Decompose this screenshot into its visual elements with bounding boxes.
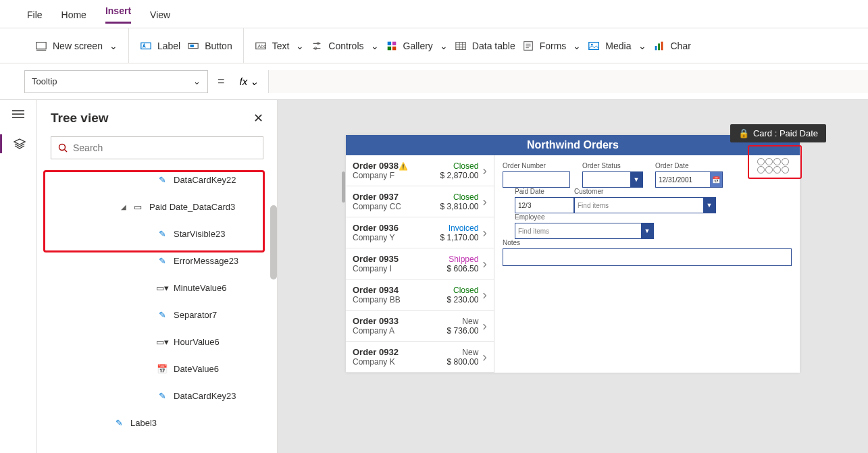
datatable-icon [455, 40, 467, 52]
chevron-down-icon: ⌄ [250, 76, 259, 88]
menu-view[interactable]: View [150, 9, 170, 20]
text-icon: Abc [255, 40, 267, 52]
svg-rect-12 [392, 41, 395, 45]
tree-item-hourvalue[interactable]: ▭▾ HourValue6 [37, 328, 277, 355]
chevron-right-icon: › [482, 194, 487, 209]
chevron-down-icon: ⌄ [638, 41, 646, 51]
button-icon [187, 40, 199, 52]
chevron-right-icon: › [482, 163, 487, 178]
property-selector[interactable]: Tooltip ⌄ [24, 70, 208, 93]
order-row[interactable]: Order 0936Company YInvoiced$ 1,170.00› [346, 217, 494, 248]
ribbon-text-button[interactable]: Abc Text ⌄ [255, 40, 305, 52]
order-row[interactable]: Order 0932Company KNew$ 800.00› [346, 342, 494, 373]
label-icon: ✎ [156, 310, 168, 319]
order-row[interactable]: Order 0938⚠️Company FClosed$ 2,870.00› [346, 155, 494, 186]
chevron-down-icon: ▼ [630, 172, 642, 187]
calendar-icon: 📅 [156, 364, 168, 373]
collapse-icon[interactable]: ◢ [121, 203, 126, 211]
ribbon-label-button[interactable]: Label [140, 40, 180, 52]
controls-icon [311, 40, 323, 52]
formula-bar: Tooltip ⌄ = fx ⌄ [0, 63, 868, 100]
notes-input[interactable] [503, 248, 792, 266]
warning-icon: ⚠️ [399, 162, 408, 170]
svg-text:Abc: Abc [257, 43, 266, 49]
label-icon: ✎ [156, 175, 168, 184]
tree-item-starvisible[interactable]: ✎ StarVisible23 [37, 220, 277, 247]
svg-point-25 [591, 43, 593, 45]
ribbon-datatable-button[interactable]: Data table [455, 40, 515, 52]
svg-rect-11 [387, 41, 390, 45]
tree-item-paiddate-card[interactable]: ◢ ▭ Paid Date_DataCard3 [37, 193, 277, 220]
ribbon-button[interactable]: Button [187, 40, 232, 52]
gallery-icon [386, 40, 398, 52]
menu-insert[interactable]: Insert [105, 5, 131, 24]
order-status-dropdown[interactable]: ▼ [582, 171, 643, 188]
chevron-right-icon: › [482, 318, 487, 334]
tree-item-datacardkey22[interactable]: ✎ DataCardKey22 [37, 166, 277, 193]
svg-rect-14 [392, 46, 395, 49]
chevron-down-icon: ⌄ [109, 41, 118, 51]
dropdown-icon: ▭▾ [156, 337, 168, 346]
order-row[interactable]: Order 0933Company ANew$ 736.00› [346, 311, 494, 342]
paid-date-picker[interactable]: 12/3 [515, 197, 574, 213]
order-date-picker[interactable]: 12/31/2001📅 [655, 171, 723, 188]
tree-item-separator[interactable]: ✎ Separator7 [37, 301, 277, 328]
menu-file[interactable]: File [27, 9, 43, 20]
notes-label: Notes [503, 239, 792, 246]
new-screen-icon [35, 40, 47, 52]
customer-label: Customer [574, 188, 716, 195]
order-gallery[interactable]: Order 0938⚠️Company FClosed$ 2,870.00›Or… [346, 155, 494, 373]
tree-search-input[interactable] [73, 142, 256, 153]
ribbon-media-button[interactable]: Media ⌄ [588, 40, 646, 52]
top-menu: File Home Insert View [0, 0, 868, 28]
hamburger-icon[interactable] [12, 109, 24, 121]
label-icon: ✎ [156, 229, 168, 238]
formula-input[interactable] [268, 70, 868, 93]
equals-sign: = [218, 74, 225, 88]
tree-search[interactable] [51, 136, 263, 159]
svg-rect-28 [661, 41, 663, 50]
chart-icon [653, 40, 665, 52]
order-form: Order Number Order Status ▼ Order Date 1… [494, 155, 800, 373]
media-icon [588, 40, 600, 52]
ribbon-gallery-button[interactable]: Gallery ⌄ [386, 40, 448, 52]
employee-combobox[interactable]: Find items▼ [515, 223, 654, 239]
menu-home[interactable]: Home [61, 9, 86, 20]
order-row[interactable]: Order 0935Company IShipped$ 606.50› [346, 248, 494, 279]
chevron-down-icon: ⌄ [296, 41, 304, 51]
svg-point-32 [59, 144, 66, 151]
label-icon: ✎ [156, 256, 168, 265]
order-status-label: Order Status [582, 162, 643, 169]
order-row[interactable]: Order 0934Company BBClosed$ 230.00› [346, 279, 494, 311]
tree-item-minutevalue[interactable]: ▭▾ MinuteValue6 [37, 274, 277, 301]
paid-date-label: Paid Date [515, 188, 574, 195]
svg-rect-15 [456, 42, 465, 49]
tree-item-label3[interactable]: ✎ Label3 [37, 409, 277, 436]
order-number-label: Order Number [503, 162, 570, 169]
dropdown-icon: ▭▾ [156, 283, 168, 292]
svg-rect-2 [141, 43, 151, 49]
new-screen-button[interactable]: New screen ⌄ [35, 40, 118, 52]
selection-tooltip: 🔒 Card : Paid Date [730, 124, 826, 142]
svg-rect-26 [655, 46, 657, 50]
tree-item-datevalue[interactable]: 📅 DateValue6 [37, 355, 277, 382]
svg-rect-0 [36, 42, 46, 49]
ribbon-controls-button[interactable]: Controls ⌄ [311, 40, 378, 52]
calendar-icon: 📅 [710, 172, 722, 187]
tree-view-tab[interactable] [0, 134, 36, 153]
design-canvas[interactable]: 🔒 Card : Paid Date Northwind Orders Orde… [278, 100, 868, 453]
svg-rect-24 [589, 42, 598, 49]
ribbon-chart-button[interactable]: Char [653, 40, 691, 52]
tree-item-datacardkey23[interactable]: ✎ DataCardKey23 [37, 382, 277, 409]
close-icon[interactable]: ✕ [253, 111, 263, 126]
tree-item-errormessage[interactable]: ✎ ErrorMessage23 [37, 247, 277, 274]
ribbon-forms-button[interactable]: Forms ⌄ [522, 40, 582, 52]
order-row[interactable]: Order 0937Company CCClosed$ 3,810.00› [346, 186, 494, 217]
order-date-label: Order Date [655, 162, 723, 169]
gallery-scrollbar[interactable] [342, 171, 345, 203]
fx-button[interactable]: fx ⌄ [234, 72, 265, 92]
order-number-input[interactable] [503, 171, 570, 188]
tree-scrollbar[interactable] [270, 205, 277, 279]
chevron-down-icon: ⌄ [573, 41, 581, 51]
customer-combobox[interactable]: Find items▼ [574, 197, 716, 213]
